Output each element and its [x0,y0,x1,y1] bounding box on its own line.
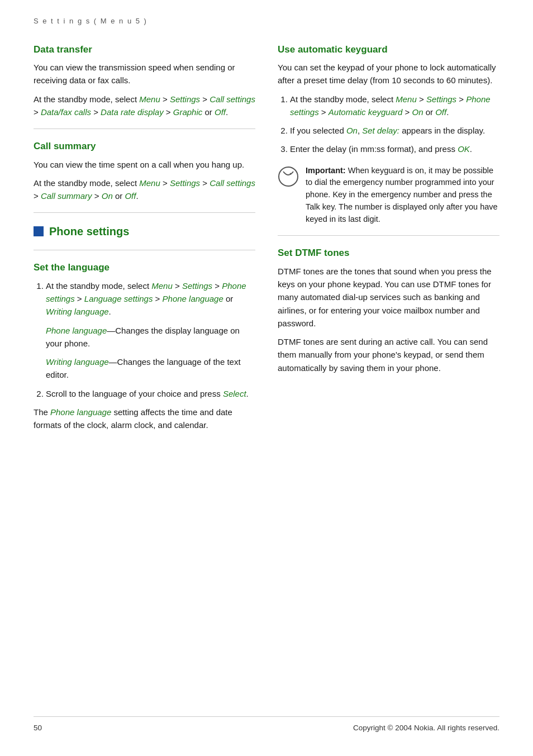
sl-note: The Phone language setting affects the t… [34,406,255,432]
auto-keyguard-steps: At the standby mode, select Menu > Setti… [278,93,499,156]
right-column: Use automatic keyguard You can set the k… [278,42,499,694]
dt-data-fax: Data/fax calls [41,107,91,117]
dt-off: Off [215,107,226,117]
dt-data-rate: Data rate display [101,107,164,117]
auto-keyguard-section: Use automatic keyguard You can set the k… [278,42,499,226]
dtmf-para2: DTMF tones are sent during an active cal… [278,335,499,374]
sl-settings: Settings [182,281,212,291]
sl-language-settings: Language settings [84,294,153,303]
page: S e t t i n g s ( M e n u 5 ) Data trans… [0,0,533,756]
auto-keyguard-para1: You can set the keypad of your phone to … [278,61,499,87]
call-summary-title: Call summary [34,139,255,154]
breadcrumb: S e t t i n g s ( M e n u 5 ) [34,16,499,27]
ak-selected-on: On [346,126,358,135]
svg-point-0 [279,167,298,186]
important-text-block: Important: When keyguard is on, it may b… [306,165,499,226]
divider-4 [278,235,499,236]
call-summary-para2: At the standby mode, select Menu > Setti… [34,177,255,203]
sl-writing-lang-label: Writing language [46,357,109,367]
data-transfer-para1: You can view the transmission speed when… [34,61,255,87]
sl-phone-lang-label: Phone language [46,326,107,335]
cs-menu: Menu [139,178,160,188]
phone-settings-heading: Phone settings [34,223,255,240]
ak-off: Off [435,107,446,117]
auto-keyguard-step3: Enter the delay (in mm:ss format), and p… [290,142,499,155]
ak-on: On [412,107,423,117]
sl-writing-lang-desc: Writing language—Changes the language of… [46,355,255,382]
dtmf-title: Set DTMF tones [278,246,499,260]
ak-set-delay: Set delay: [362,126,399,135]
dtmf-para1: DTMF tones are the tones that sound when… [278,265,499,330]
footer-copyright: Copyright © 2004 Nokia. All rights reser… [353,722,499,734]
svg-point-1 [290,173,292,174]
cs-call-summary: Call summary [41,191,92,201]
dtmf-section: Set DTMF tones DTMF tones are the tones … [278,246,499,374]
cs-call-settings: Call settings [210,178,255,188]
set-language-step1: At the standby mode, select Menu > Setti… [46,279,255,382]
blue-square-icon [34,226,44,236]
ak-settings: Settings [426,94,456,104]
sl-phone-lang: Phone language [163,294,223,303]
ak-menu: Menu [396,94,417,104]
sl-menu: Menu [151,281,173,291]
call-summary-section: Call summary You can view the time spent… [34,139,255,202]
divider-2 [34,212,255,213]
footer: 50 Copyright © 2004 Nokia. All rights re… [34,716,499,734]
cs-off: Off [125,191,136,201]
ak-ok: OK [458,144,470,154]
data-transfer-title: Data transfer [34,42,255,57]
dt-menu: Menu [139,94,160,104]
sl-select: Select [223,389,246,398]
dt-call-settings: Call settings [210,94,255,104]
sl-note-italic: Phone language [50,407,111,417]
important-icon [278,166,299,187]
dt-settings: Settings [170,94,200,104]
divider-1 [34,129,255,129]
data-transfer-para2: At the standby mode, select Menu > Setti… [34,93,255,119]
cs-settings: Settings [170,178,200,188]
two-column-layout: Data transfer You can view the transmiss… [34,42,499,694]
left-column: Data transfer You can view the transmiss… [34,42,255,694]
important-box: Important: When keyguard is on, it may b… [278,165,499,226]
ak-auto-keyguard: Automatic keyguard [329,107,403,117]
auto-keyguard-title: Use automatic keyguard [278,42,499,57]
dt-graphic: Graphic [173,107,203,117]
set-language-steps: At the standby mode, select Menu > Setti… [34,279,255,400]
auto-keyguard-step1: At the standby mode, select Menu > Setti… [290,93,499,119]
set-language-section: Set the language At the standby mode, se… [34,260,255,431]
auto-keyguard-step2: If you selected On, Set delay: appears i… [290,124,499,137]
cs-on: On [102,191,113,201]
set-language-title: Set the language [34,260,255,275]
important-label: Important: [306,166,346,175]
footer-page-number: 50 [34,722,42,734]
sl-writing-lang: Writing language [46,307,109,316]
phone-settings-heading-text: Phone settings [49,223,129,240]
sl-phone-lang-desc: Phone language—Changes the display langu… [46,324,255,350]
data-transfer-section: Data transfer You can view the transmiss… [34,42,255,119]
set-language-step2: Scroll to the language of your choice an… [46,387,255,400]
call-summary-para1: You can view the time spent on a call wh… [34,158,255,171]
divider-3 [34,250,255,250]
